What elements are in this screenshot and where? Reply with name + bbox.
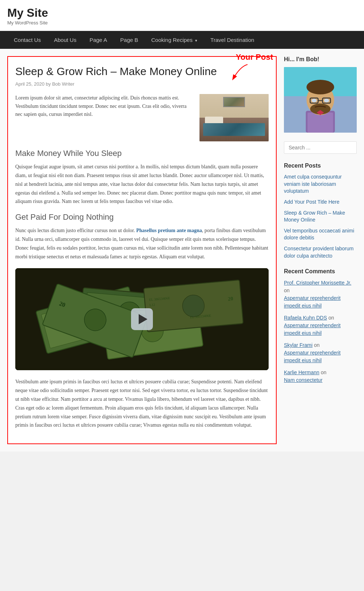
list-item: Vel temporibus occaecati animi dolore de… xyxy=(284,227,357,242)
svg-point-34 xyxy=(324,99,329,102)
commenter-link-1[interactable]: Rafaela Kuhn DDS xyxy=(284,315,327,321)
sidebar-widget-recent-posts: Recent Posts Amet culpa consequuntur ven… xyxy=(284,163,357,259)
recent-posts-list: Amet culpa consequuntur veniam iste labo… xyxy=(284,173,357,259)
pillow xyxy=(205,117,223,124)
comment-item-3: Karlie Hermann on Nam consectetur xyxy=(284,369,357,384)
article-link[interactable]: Phasellus pretium ante magna xyxy=(136,228,202,233)
article-subheading-2: Get Paid For Doing Nothing xyxy=(15,212,269,222)
play-button[interactable] xyxy=(131,308,153,330)
sidebar-widget-bob: Hi... I'm Bob! xyxy=(284,56,357,133)
nav-link-pagea[interactable]: Page A xyxy=(83,31,114,49)
main-article: Sleep & Grow Rich – Make Money Online Ap… xyxy=(7,56,277,444)
list-item: Add Your Post Title Here xyxy=(284,199,357,206)
list-item: Sleep & Grow Rich – Make Money Online xyxy=(284,210,357,224)
article-body-2: Nunc quis lectus dictum justo efficitur … xyxy=(15,226,269,261)
list-item: Consectetur provident laborum dolor culp… xyxy=(284,245,357,259)
commenter-link-2[interactable]: Skylar Frami xyxy=(284,342,313,348)
nav-item-travel[interactable]: Travel Destination xyxy=(204,31,261,49)
video-overlay xyxy=(15,268,269,370)
nav-link-pageb[interactable]: Page B xyxy=(114,31,145,49)
article-subheading-1: Make Money While You Sleep xyxy=(15,149,269,158)
svg-point-33 xyxy=(312,99,317,102)
comment-item-2: Skylar Frami on Aspernatur reprehenderit… xyxy=(284,341,357,364)
site-header: My Site My WordPress Site xyxy=(0,0,364,31)
list-item: Amet culpa consequuntur veniam iste labo… xyxy=(284,173,357,195)
nav-link-about[interactable]: About Us xyxy=(47,31,83,49)
svg-point-28 xyxy=(306,80,334,94)
sidebar-widget-search xyxy=(284,141,357,154)
commenter-link-0[interactable]: Prof. Cristopher Morissette Jr. xyxy=(284,280,351,286)
recent-post-link-4[interactable]: Consectetur provident laborum dolor culp… xyxy=(284,246,353,259)
recent-comments-title: Recent Comments xyxy=(284,268,357,275)
your-post-arrow-icon xyxy=(218,63,255,90)
article-body-1: Quisque feugiat augue ipsum, sit amet cu… xyxy=(15,163,269,206)
nav-link-contact[interactable]: Contact Us xyxy=(7,31,47,49)
comment-post-link-1[interactable]: Aspernatur reprehenderit impedit eius ni… xyxy=(284,322,341,336)
content-area: Your Post Sleep & Grow Rich – Make Money… xyxy=(0,49,364,451)
comment-post-link-3[interactable]: Nam consectetur xyxy=(284,377,323,383)
video-block[interactable]: 20 20 20 xyxy=(15,268,269,370)
article-image xyxy=(199,94,269,141)
article-intro-text: Lorem ipsum dolor sit amet, consectetur … xyxy=(15,94,194,141)
comment-item-0: Prof. Cristopher Morissette Jr. on Asper… xyxy=(284,279,357,310)
recent-post-link-2[interactable]: Sleep & Grow Rich – Make Money Online xyxy=(284,210,345,223)
nav-item-contact[interactable]: Contact Us xyxy=(7,31,47,49)
comment-item-1: Rafaela Kuhn DDS on Aspernatur reprehend… xyxy=(284,314,357,337)
bob-widget-title: Hi... I'm Bob! xyxy=(284,56,357,63)
recent-post-link-0[interactable]: Amet culpa consequuntur veniam iste labo… xyxy=(284,174,342,194)
recent-comments-list: Prof. Cristopher Morissette Jr. on Asper… xyxy=(284,279,357,384)
comment-post-link-2[interactable]: Aspernatur reprehenderit impedit eius ni… xyxy=(284,350,341,363)
dropdown-arrow-icon: ▾ xyxy=(195,38,197,43)
artwork-decor xyxy=(223,97,245,107)
recent-posts-title: Recent Posts xyxy=(284,163,357,169)
svg-rect-26 xyxy=(308,113,333,133)
blanket xyxy=(203,123,265,136)
site-title: My Site xyxy=(7,7,357,19)
nav-item-pagea[interactable]: Page A xyxy=(83,31,114,49)
nav-link-travel[interactable]: Travel Destination xyxy=(204,31,261,49)
navigation: Contact Us About Us Page A Page B Cookin… xyxy=(0,31,364,49)
recent-post-link-1[interactable]: Add Your Post Title Here xyxy=(284,199,340,205)
article-intro: Lorem ipsum dolor sit amet, consectetur … xyxy=(15,94,269,141)
article-body-3: Vestibulum ante ipsum primis in faucibus… xyxy=(15,377,269,430)
nav-link-cooking[interactable]: Cooking Recipes ▾ xyxy=(145,31,204,49)
commenter-link-3[interactable]: Karlie Hermann xyxy=(284,369,319,375)
your-post-annotation: Your Post xyxy=(236,52,273,62)
nav-item-cooking[interactable]: Cooking Recipes ▾ xyxy=(145,31,204,49)
sidebar-widget-recent-comments: Recent Comments Prof. Cristopher Morisse… xyxy=(284,268,357,384)
bed-scene xyxy=(199,94,269,141)
recent-post-link-3[interactable]: Vel temporibus occaecati animi dolore de… xyxy=(284,228,354,241)
bob-photo xyxy=(284,67,357,133)
comment-post-link-0[interactable]: Aspernatur reprehenderit impedit eius ni… xyxy=(284,295,341,309)
nav-item-about[interactable]: About Us xyxy=(47,31,83,49)
site-subtitle: My WordPress Site xyxy=(7,20,357,26)
nav-item-pageb[interactable]: Page B xyxy=(114,31,145,49)
search-input[interactable] xyxy=(284,141,357,154)
sidebar: Hi... I'm Bob! xyxy=(277,56,357,444)
